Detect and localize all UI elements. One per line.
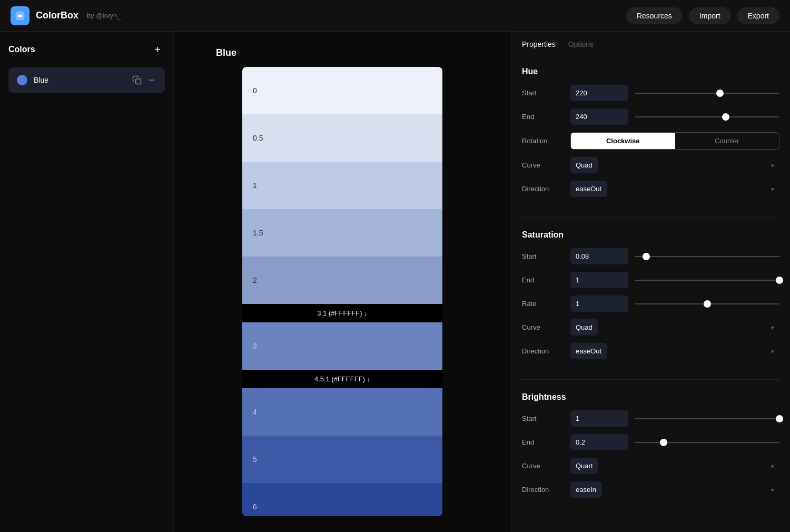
sat-end-slider[interactable] <box>635 275 779 285</box>
sidebar-header: Colors + <box>8 42 165 57</box>
color-actions <box>132 75 156 85</box>
sat-direction-label: Direction <box>522 347 564 355</box>
hue-start-slider[interactable] <box>635 88 779 98</box>
tab-options[interactable]: Options <box>568 40 594 56</box>
color-name: Blue <box>34 76 126 84</box>
resources-button[interactable]: Resources <box>626 7 683 24</box>
brightness-start-row: Start <box>522 410 779 427</box>
hue-start-input[interactable] <box>570 85 628 101</box>
export-button[interactable]: Export <box>737 7 779 24</box>
sat-end-row: End <box>522 272 779 288</box>
swatch-3: 3 <box>242 322 442 370</box>
sat-direction-select[interactable]: easeOut <box>570 343 607 359</box>
hue-start-label: Start <box>522 89 564 97</box>
brightness-start-label: Start <box>522 415 564 422</box>
swatch-label-1-5: 1.5 <box>253 229 263 237</box>
hue-start-thumb[interactable] <box>716 90 724 97</box>
hue-start-row: Start <box>522 85 779 101</box>
sat-rate-row: Rate <box>522 295 779 312</box>
brightness-end-label: End <box>522 438 564 446</box>
brightness-title: Brightness <box>522 392 779 402</box>
sat-rate-track <box>635 303 779 304</box>
hue-end-track <box>635 116 779 117</box>
counter-button[interactable]: Counter <box>675 133 779 149</box>
hue-end-input[interactable] <box>570 109 628 125</box>
sat-curve-label: Curve <box>522 323 564 331</box>
sat-start-slider[interactable] <box>635 251 779 262</box>
brightness-end-track <box>635 442 779 443</box>
svg-rect-1 <box>136 79 141 84</box>
sat-direction-row: Direction easeOut <box>522 343 779 359</box>
sidebar-title: Colors <box>8 45 35 54</box>
hue-curve-wrapper: Quad <box>570 157 779 173</box>
hue-curve-select[interactable]: Quad <box>570 157 598 173</box>
swatch-0-5: 0.5 <box>242 114 442 162</box>
remove-color-button[interactable] <box>147 75 156 85</box>
hue-curve-row: Curve Quad <box>522 157 779 173</box>
hue-direction-select[interactable]: easeOut <box>570 181 607 197</box>
swatch-0: 0 <box>242 67 442 114</box>
brightness-section: Brightness Start End <box>522 392 779 518</box>
swatch-5: 5 <box>242 436 442 483</box>
saturation-title: Saturation <box>522 230 779 240</box>
brightness-end-row: End <box>522 434 779 450</box>
sidebar: Colors + Blue <box>0 32 174 532</box>
hue-end-slider[interactable] <box>635 112 779 122</box>
color-swatches: 0 0.5 1 1.5 2 3:1 (#FFFFFF) ↓ <box>242 67 442 516</box>
sat-curve-select[interactable]: Quad <box>570 319 598 336</box>
sat-start-input[interactable] <box>570 248 628 264</box>
palette-title: Blue <box>216 47 236 58</box>
sat-end-input[interactable] <box>570 272 628 288</box>
color-dot <box>17 75 27 85</box>
brightness-direction-label: Direction <box>522 486 564 494</box>
swatch-label-5: 5 <box>253 455 257 464</box>
clockwise-button[interactable]: Clockwise <box>571 133 675 149</box>
app-logo <box>11 6 29 25</box>
hue-end-row: End <box>522 109 779 125</box>
swatch-label-0: 0 <box>253 86 257 95</box>
brightness-start-track <box>635 418 779 419</box>
swatch-label-3: 3 <box>253 342 257 350</box>
sat-start-track <box>635 256 779 257</box>
brightness-start-input[interactable] <box>570 410 628 427</box>
sat-rate-input[interactable] <box>570 295 628 312</box>
hue-end-label: End <box>522 113 564 121</box>
contrast-bar-4-5-1: 4.5:1 (#FFFFFF) ↓ <box>242 370 442 388</box>
brightness-start-slider[interactable] <box>635 413 779 424</box>
sat-start-label: Start <box>522 252 564 260</box>
swatch-label-2: 2 <box>253 276 257 284</box>
hue-start-track <box>635 93 779 94</box>
brightness-end-thumb[interactable] <box>660 439 667 446</box>
header: ColorBox by @kvyn_ Resources Import Expo… <box>0 0 790 32</box>
import-button[interactable]: Import <box>689 7 731 24</box>
hue-rotation-row: Rotation Clockwise Counter <box>522 132 779 150</box>
hue-direction-row: Direction easeOut <box>522 181 779 197</box>
sat-rate-label: Rate <box>522 300 564 308</box>
swatch-4: 4 <box>242 388 442 436</box>
sat-start-row: Start <box>522 248 779 264</box>
sat-end-track <box>635 280 779 281</box>
sat-rate-thumb[interactable] <box>704 300 711 308</box>
swatch-label-6: 6 <box>253 503 257 511</box>
hue-end-thumb[interactable] <box>722 113 729 121</box>
brightness-direction-select[interactable]: easeIn <box>570 481 602 498</box>
brightness-curve-label: Curve <box>522 462 564 470</box>
brightness-end-input[interactable] <box>570 434 628 450</box>
color-display: Blue 0 0.5 1 1.5 2 3:1 (#FFF <box>174 32 511 532</box>
brightness-end-slider[interactable] <box>635 437 779 448</box>
sat-start-thumb[interactable] <box>643 253 650 260</box>
hue-rotation-toggle: Clockwise Counter <box>570 132 779 150</box>
hue-direction-label: Direction <box>522 185 564 193</box>
swatch-1-5: 1.5 <box>242 209 442 257</box>
sat-rate-slider[interactable] <box>635 299 779 309</box>
sat-end-thumb[interactable] <box>776 277 783 284</box>
brightness-start-thumb[interactable] <box>776 415 783 422</box>
tab-properties[interactable]: Properties <box>522 40 556 56</box>
sat-curve-wrapper: Quad <box>570 319 779 336</box>
color-item-blue[interactable]: Blue <box>8 67 165 93</box>
add-color-button[interactable]: + <box>150 42 165 57</box>
duplicate-color-button[interactable] <box>132 75 142 85</box>
main-layout: Colors + Blue Blue <box>0 32 790 532</box>
brightness-curve-select[interactable]: Quart <box>570 458 598 474</box>
hue-curve-label: Curve <box>522 161 564 169</box>
